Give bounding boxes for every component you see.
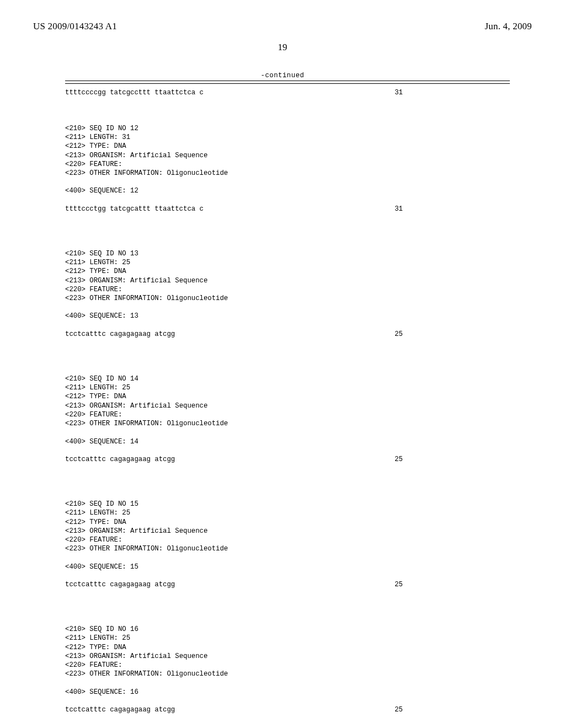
rule-top	[65, 81, 510, 81]
page-number: 19	[33, 42, 532, 53]
organism-line: <213> ORGANISM: Artificial Sequence	[65, 402, 207, 410]
sequence-text: tcctcatttc cagagagaag atcgg	[65, 455, 175, 464]
sequence-listing: ttttccccgg tatcgccttt ttaattctca c31 <21…	[65, 88, 510, 728]
sequence-length-value: 31	[395, 205, 403, 213]
sequence-label-line: <400> SEQUENCE: 12	[65, 187, 138, 195]
seq-id-line: <210> SEQ ID NO 12	[65, 125, 138, 132]
type-line: <212> TYPE: DNA	[65, 142, 126, 150]
length-line: <211> LENGTH: 25	[65, 509, 130, 517]
page-header: US 2009/0143243 A1 Jun. 4, 2009	[33, 21, 532, 32]
sequence-line: ttttccctgg tatcgcattt ttaattctca c31	[65, 205, 403, 213]
other-info-line: <223> OTHER INFORMATION: Oligonucleotide	[65, 670, 228, 678]
length-line: <211> LENGTH: 25	[65, 259, 130, 266]
feature-line: <220> FEATURE:	[65, 286, 122, 293]
sequence-length-value: 25	[395, 330, 403, 339]
sequence-label-line: <400> SEQUENCE: 13	[65, 312, 138, 320]
publication-date: Jun. 4, 2009	[484, 21, 532, 32]
prev-sequence-line: ttttccccgg tatcgccttt ttaattctca c31	[65, 88, 403, 97]
sequence-length-value: 31	[395, 88, 403, 97]
length-line: <211> LENGTH: 31	[65, 133, 130, 141]
length-line: <211> LENGTH: 25	[65, 634, 130, 642]
other-info-line: <223> OTHER INFORMATION: Oligonucleotide	[65, 295, 228, 302]
rule-bottom	[65, 83, 510, 84]
other-info-line: <223> OTHER INFORMATION: Oligonucleotide	[65, 545, 228, 553]
seq-entry-15: <210> SEQ ID NO 15 <211> LENGTH: 25 <212…	[65, 491, 510, 589]
seq-entry-12: <210> SEQ ID NO 12 <211> LENGTH: 31 <212…	[65, 115, 510, 213]
seq-id-line: <210> SEQ ID NO 14	[65, 375, 138, 383]
sequence-length-value: 25	[395, 580, 403, 589]
sequence-text: ttttccctgg tatcgcattt ttaattctca c	[65, 205, 204, 213]
feature-line: <220> FEATURE:	[65, 160, 122, 168]
feature-line: <220> FEATURE:	[65, 661, 122, 669]
seq-entry-14: <210> SEQ ID NO 14 <211> LENGTH: 25 <212…	[65, 366, 510, 464]
sequence-label-line: <400> SEQUENCE: 16	[65, 688, 138, 696]
sequence-text: tcctcatttc cagagagaag atcgg	[65, 580, 175, 589]
feature-line: <220> FEATURE:	[65, 411, 122, 419]
publication-number: US 2009/0143243 A1	[33, 21, 117, 32]
other-info-line: <223> OTHER INFORMATION: Oligonucleotide	[65, 420, 228, 427]
continued-label: -continued	[33, 72, 532, 79]
sequence-line: tcctcatttc cagagagaag atcgg25	[65, 455, 403, 464]
sequence-length-value: 25	[395, 705, 403, 714]
sequence-text: ttttccccgg tatcgccttt ttaattctca c	[65, 88, 204, 97]
organism-line: <213> ORGANISM: Artificial Sequence	[65, 152, 207, 159]
sequence-line: tcctcatttc cagagagaag atcgg25	[65, 705, 403, 714]
seq-entry-13: <210> SEQ ID NO 13 <211> LENGTH: 25 <212…	[65, 240, 510, 339]
seq-entry-16: <210> SEQ ID NO 16 <211> LENGTH: 25 <212…	[65, 616, 510, 714]
seq-id-line: <210> SEQ ID NO 13	[65, 250, 138, 258]
feature-line: <220> FEATURE:	[65, 536, 122, 544]
length-line: <211> LENGTH: 25	[65, 384, 130, 392]
sequence-label-line: <400> SEQUENCE: 14	[65, 438, 138, 446]
organism-line: <213> ORGANISM: Artificial Sequence	[65, 277, 207, 285]
seq-id-line: <210> SEQ ID NO 15	[65, 500, 138, 508]
sequence-label-line: <400> SEQUENCE: 15	[65, 563, 138, 571]
organism-line: <213> ORGANISM: Artificial Sequence	[65, 652, 207, 660]
type-line: <212> TYPE: DNA	[65, 644, 126, 651]
sequence-text: tcctcatttc cagagagaag atcgg	[65, 330, 175, 339]
sequence-line: tcctcatttc cagagagaag atcgg25	[65, 580, 403, 589]
seq-id-line: <210> SEQ ID NO 16	[65, 625, 138, 633]
type-line: <212> TYPE: DNA	[65, 393, 126, 400]
type-line: <212> TYPE: DNA	[65, 518, 126, 526]
organism-line: <213> ORGANISM: Artificial Sequence	[65, 527, 207, 535]
sequence-line: tcctcatttc cagagagaag atcgg25	[65, 330, 403, 339]
type-line: <212> TYPE: DNA	[65, 267, 126, 275]
sequence-text: tcctcatttc cagagagaag atcgg	[65, 705, 175, 714]
other-info-line: <223> OTHER INFORMATION: Oligonucleotide	[65, 169, 228, 177]
sequence-length-value: 25	[395, 455, 403, 464]
